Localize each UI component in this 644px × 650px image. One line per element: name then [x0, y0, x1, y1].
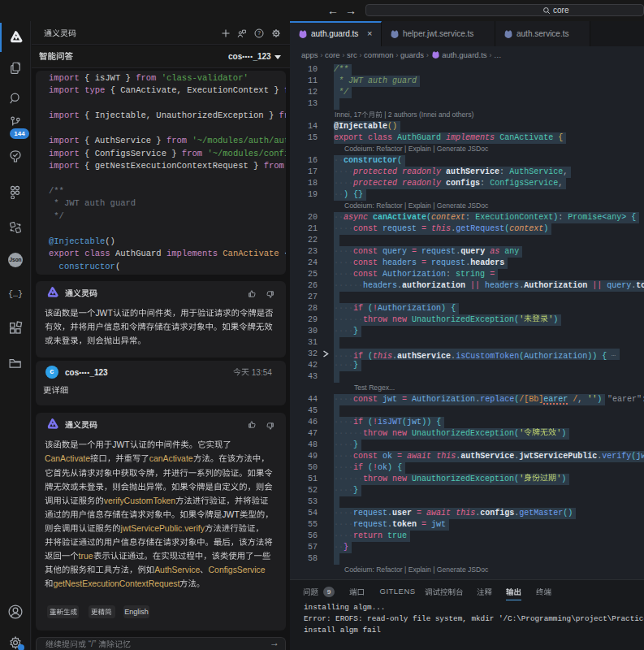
- svg-text:?: ?: [257, 30, 261, 36]
